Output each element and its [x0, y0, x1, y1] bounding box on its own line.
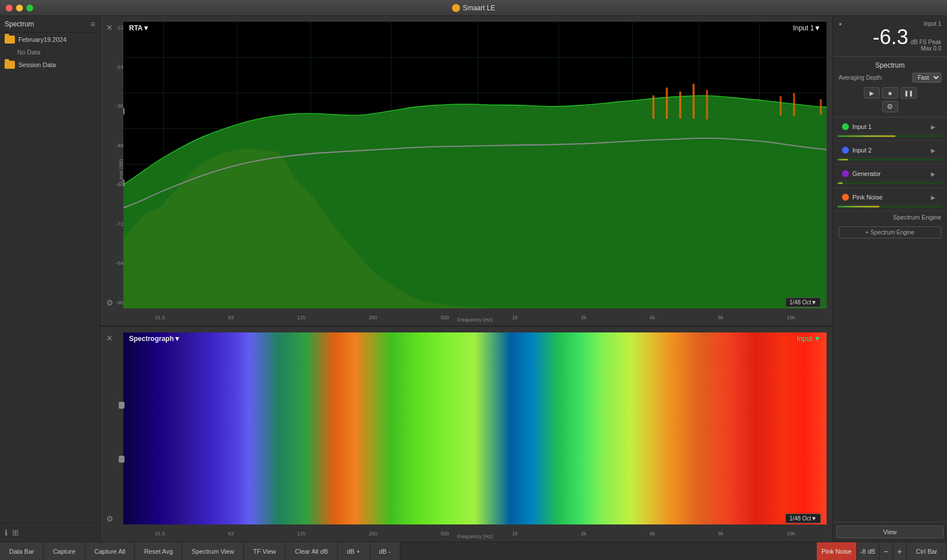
capture-all-button[interactable]: Capture All — [85, 542, 135, 560]
channel-generator-level-fill — [837, 182, 843, 184]
stop-button[interactable]: ■ — [882, 87, 898, 99]
channel-generator-play[interactable]: ▶ — [929, 169, 938, 178]
channel-input2-row: Input 2 ▶ — [837, 143, 942, 158]
channel-input1-name: Input 1 — [852, 123, 925, 130]
sidebar-item-february[interactable]: February19.2024 — [0, 33, 100, 46]
svg-rect-24 — [820, 99, 822, 115]
spectro-x-axis: 31.5 63 125 250 500 1k 2k 4k 8k 16k Freq… — [123, 526, 827, 542]
settings-row: ⚙ — [839, 101, 941, 112]
transport-controls: ▶ ■ ❚❚ — [839, 87, 941, 99]
spectro-oct-badge[interactable]: 1/48 Oct▼ — [785, 514, 821, 523]
right-panel: ● Input 1 -6.3 dB FS Peak Max 0.0 Spectr… — [832, 16, 947, 542]
toolbar-db-input[interactable] — [856, 542, 879, 560]
window-controls — [6, 5, 33, 11]
spectro-y-axis — [106, 332, 122, 524]
rta-input-label[interactable]: Input 1▼ — [793, 24, 821, 32]
maximize-window-button[interactable] — [26, 5, 33, 11]
toolbar-db-minus-button[interactable]: − — [879, 542, 893, 560]
svg-rect-21 — [706, 90, 708, 119]
avg-depth-row: Averaging Depth: Fast — [839, 73, 941, 83]
channel-input2-level-fill — [837, 159, 848, 160]
sidebar: Spectrum ≡ February19.2024 No Data Sessi… — [0, 16, 100, 542]
max-label: Max 0.0 — [921, 45, 941, 52]
clear-all-db-button[interactable]: Clear All dB — [286, 542, 337, 560]
toolbar-pink-noise-label: Pink Noise — [817, 542, 856, 560]
spectro-panel: ✕ Spectrograph▼ Input ▼ 1/48 Oct▼ ⚙ 31.5… — [100, 327, 832, 542]
spectrum-view-button[interactable]: Spectrum View — [182, 542, 244, 560]
channel-input1-row: Input 1 ▶ — [837, 120, 942, 134]
sidebar-menu-icon[interactable]: ≡ — [91, 19, 95, 29]
rta-x-axis-title: Frequency (Hz) — [457, 317, 493, 323]
sidebar-info-icon[interactable]: ℹ — [5, 528, 7, 537]
channel-pinknoise-play[interactable]: ▶ — [929, 193, 938, 202]
right-top-section: ● Input 1 -6.3 dB FS Peak Max 0.0 — [833, 16, 947, 57]
rta-close-button[interactable]: ✕ — [106, 23, 113, 32]
channel-input2-play[interactable]: ▶ — [929, 146, 938, 155]
channel-input1-level-bar — [837, 135, 942, 137]
spectro-input-label[interactable]: Input ▼ — [797, 335, 821, 343]
sidebar-grid-icon[interactable]: ⊞ — [12, 528, 19, 537]
rta-scroll-handle-2[interactable] — [123, 179, 124, 186]
right-bottom-section: View — [833, 522, 947, 542]
play-button[interactable]: ▶ — [864, 87, 880, 99]
minimize-window-button[interactable] — [16, 5, 23, 11]
rta-settings-button[interactable]: ⚙ — [106, 298, 114, 307]
spectrum-engine-label: Spectrum Engine — [833, 212, 947, 222]
spectro-label[interactable]: Spectrograph▼ — [129, 335, 181, 343]
pause-button[interactable]: ❚❚ — [901, 87, 917, 99]
spectrum-section: Spectrum Averaging Depth: Fast ▶ ■ ❚❚ ⚙ — [833, 57, 947, 118]
folder-icon — [5, 36, 15, 44]
channel-generator-level-bar — [837, 182, 942, 184]
spectro-scroll-handle-2[interactable] — [119, 456, 124, 463]
db-value: -6.3 — [873, 27, 909, 48]
sidebar-item-label: February19.2024 — [18, 36, 67, 43]
titlebar: Smaart LE — [0, 0, 947, 16]
tf-view-button[interactable]: TF View — [244, 542, 286, 560]
bottom-toolbar: Data Bar Capture Capture All Reset Avg S… — [0, 542, 947, 560]
channel-input1-level-fill — [837, 135, 895, 137]
app-icon — [452, 4, 460, 12]
close-window-button[interactable] — [6, 5, 13, 11]
sidebar-item-session[interactable]: Session Data — [0, 58, 100, 72]
toolbar-db-plus-button[interactable]: + — [893, 542, 907, 560]
folder-icon-session — [5, 61, 15, 69]
sidebar-header: Spectrum ≡ — [0, 16, 100, 33]
spectro-close-button[interactable]: ✕ — [106, 334, 113, 343]
rta-visualization — [123, 22, 827, 308]
db-plus-button[interactable]: dB + — [338, 542, 370, 560]
input-label: Input 1 — [923, 21, 941, 27]
transport-settings-button[interactable]: ⚙ — [882, 101, 898, 112]
svg-rect-22 — [780, 96, 782, 116]
capture-button[interactable]: Capture — [44, 542, 85, 560]
reset-avg-button[interactable]: Reset Avg — [135, 542, 182, 560]
rta-oct-badge[interactable]: 1/48 Oct▼ — [785, 297, 821, 307]
channel-input1-play[interactable]: ▶ — [929, 122, 938, 131]
spectro-settings-button[interactable]: ⚙ — [106, 514, 114, 523]
channel-input2-indicator — [842, 147, 849, 154]
db-minus-button[interactable]: dB - — [370, 542, 400, 560]
sidebar-session-label: Session Data — [18, 61, 56, 68]
dot-indicator: ● — [839, 21, 842, 27]
main-layout: Spectrum ≡ February19.2024 No Data Sessi… — [0, 16, 947, 542]
channel-generator-name: Generator — [852, 170, 925, 177]
data-bar-button[interactable]: Data Bar — [0, 542, 44, 560]
db-unit: dB FS Peak — [911, 39, 941, 45]
svg-rect-17 — [652, 95, 654, 119]
rta-label[interactable]: RTA▼ — [129, 24, 150, 32]
sidebar-no-data: No Data — [0, 46, 100, 58]
spectro-scroll-handle-1[interactable] — [119, 402, 124, 409]
view-button[interactable]: View — [836, 526, 944, 538]
channel-pinknoise-row: Pink Noise ▶ — [837, 190, 942, 205]
center-content: ✕ RTA▼ Input 1▼ -12 -24 -36 -48 -60 -72 … — [100, 16, 832, 542]
avg-depth-select[interactable]: Fast — [913, 73, 941, 83]
channel-pinknoise-level-fill — [837, 206, 879, 207]
svg-rect-20 — [692, 84, 695, 119]
ctrl-bar-button[interactable]: Ctrl Bar — [907, 542, 947, 560]
channel-input2-name: Input 2 — [852, 147, 925, 154]
add-spectrum-engine-button[interactable]: + Spectrum Engine — [839, 226, 941, 238]
rta-panel: ✕ RTA▼ Input 1▼ -12 -24 -36 -48 -60 -72 … — [100, 16, 832, 327]
rta-scroll-handle-1[interactable] — [123, 108, 124, 115]
spectrum-section-title: Spectrum — [839, 61, 941, 69]
channel-pinknoise-block: Pink Noise ▶ — [833, 188, 947, 212]
channel-pinknoise-level-bar — [837, 206, 942, 207]
